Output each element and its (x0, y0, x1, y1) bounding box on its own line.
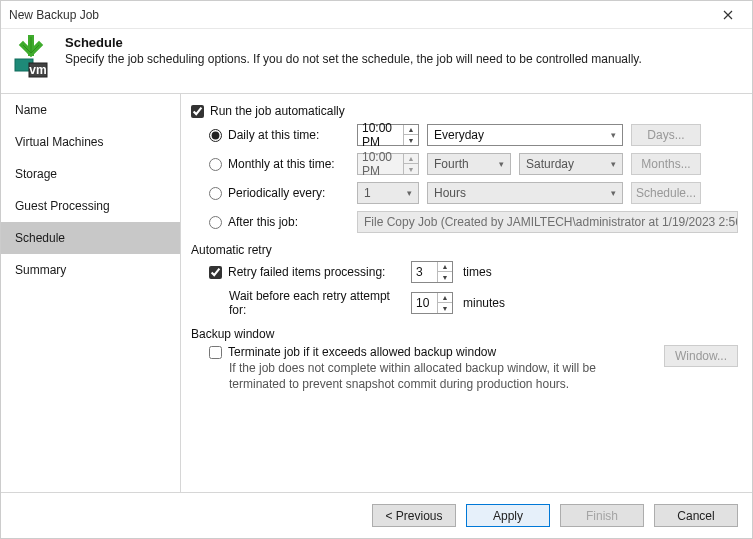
sidebar-item-virtual-machines[interactable]: Virtual Machines (1, 126, 180, 158)
finish-button: Finish (560, 504, 644, 527)
terminate-checkbox[interactable] (209, 346, 222, 359)
close-icon (723, 10, 733, 20)
wait-label: Wait before each retry attempt for: (209, 289, 405, 317)
terminate-hint: If the job does not complete within allo… (229, 361, 629, 392)
cancel-button[interactable]: Cancel (654, 504, 738, 527)
months-button: Months... (631, 153, 701, 175)
retry-unit: times (463, 265, 492, 279)
daily-days-value: Everyday (434, 128, 484, 142)
wait-value-spinner[interactable]: 10 ▲▼ (411, 292, 453, 314)
sidebar-item-guest-processing[interactable]: Guest Processing (1, 190, 180, 222)
monthly-label: Monthly at this time: (228, 157, 335, 171)
spin-up-icon: ▲ (404, 154, 418, 164)
daily-radio[interactable] (209, 129, 222, 142)
backup-window-section: Backup window (191, 327, 738, 341)
daily-days-combo[interactable]: Everyday ▾ (427, 124, 623, 146)
periodic-value-combo: 1 ▾ (357, 182, 419, 204)
retry-count-spinner[interactable]: 3 ▲▼ (411, 261, 453, 283)
wait-value: 10 (412, 296, 437, 310)
wizard-body: Name Virtual Machines Storage Guest Proc… (1, 93, 752, 492)
monthly-day-combo: Saturday ▾ (519, 153, 623, 175)
daily-time-spinner[interactable]: 10:00 PM ▲▼ (357, 124, 419, 146)
titlebar: New Backup Job (1, 1, 752, 29)
schedule-button: Schedule... (631, 182, 701, 204)
previous-button[interactable]: < Previous (372, 504, 456, 527)
after-job-value: File Copy Job (Created by JAMILTECH\admi… (364, 215, 738, 229)
spin-down-icon[interactable]: ▼ (438, 303, 452, 313)
periodic-value: 1 (364, 186, 371, 200)
svg-text:vm: vm (29, 63, 46, 77)
wait-unit: minutes (463, 296, 505, 310)
chevron-down-icon: ▾ (407, 188, 412, 198)
periodically-radio[interactable] (209, 187, 222, 200)
retry-checkbox[interactable] (209, 266, 222, 279)
spin-down-icon[interactable]: ▼ (404, 135, 418, 145)
retry-label: Retry failed items processing: (228, 265, 385, 279)
monthly-day-value: Saturday (526, 157, 574, 171)
daily-time-value: 10:00 PM (358, 121, 403, 149)
close-button[interactable] (712, 5, 744, 25)
terminate-label: Terminate job if it exceeds allowed back… (228, 345, 496, 359)
window-title: New Backup Job (9, 8, 712, 22)
chevron-down-icon: ▾ (499, 159, 504, 169)
spin-down-icon[interactable]: ▼ (438, 272, 452, 282)
wizard-icon: vm (11, 35, 51, 79)
page-subtitle: Specify the job scheduling options. If y… (65, 52, 642, 66)
monthly-radio[interactable] (209, 158, 222, 171)
sidebar-item-schedule[interactable]: Schedule (1, 222, 180, 254)
wizard-footer: < Previous Apply Finish Cancel (1, 492, 752, 538)
sidebar-item-storage[interactable]: Storage (1, 158, 180, 190)
wizard-sidebar: Name Virtual Machines Storage Guest Proc… (1, 94, 181, 492)
content-panel: Run the job automatically Daily at this … (181, 94, 752, 492)
run-automatically-checkbox[interactable] (191, 105, 204, 118)
periodically-label: Periodically every: (228, 186, 325, 200)
chevron-down-icon: ▾ (611, 130, 616, 140)
spin-up-icon[interactable]: ▲ (438, 262, 452, 272)
chevron-down-icon: ▾ (611, 159, 616, 169)
after-job-radio[interactable] (209, 216, 222, 229)
monthly-ordinal-combo: Fourth ▾ (427, 153, 511, 175)
automatic-retry-section: Automatic retry (191, 243, 738, 257)
periodic-unit-combo: Hours ▾ (427, 182, 623, 204)
spin-up-icon[interactable]: ▲ (404, 125, 418, 135)
apply-button[interactable]: Apply (466, 504, 550, 527)
window-button: Window... (664, 345, 738, 367)
retry-count-value: 3 (412, 265, 437, 279)
monthly-ordinal-value: Fourth (434, 157, 469, 171)
after-job-field: File Copy Job (Created by JAMILTECH\admi… (357, 211, 738, 233)
monthly-time-value: 10:00 PM (358, 150, 403, 178)
sidebar-item-name[interactable]: Name (1, 94, 180, 126)
page-title: Schedule (65, 35, 642, 50)
daily-label: Daily at this time: (228, 128, 319, 142)
monthly-time-spinner: 10:00 PM ▲▼ (357, 153, 419, 175)
days-button: Days... (631, 124, 701, 146)
sidebar-item-summary[interactable]: Summary (1, 254, 180, 286)
header: vm Schedule Specify the job scheduling o… (1, 29, 752, 93)
spin-up-icon[interactable]: ▲ (438, 293, 452, 303)
run-automatically-label: Run the job automatically (210, 104, 345, 118)
spin-down-icon: ▼ (404, 164, 418, 174)
chevron-down-icon: ▾ (611, 188, 616, 198)
periodic-unit-value: Hours (434, 186, 466, 200)
after-job-label: After this job: (228, 215, 298, 229)
